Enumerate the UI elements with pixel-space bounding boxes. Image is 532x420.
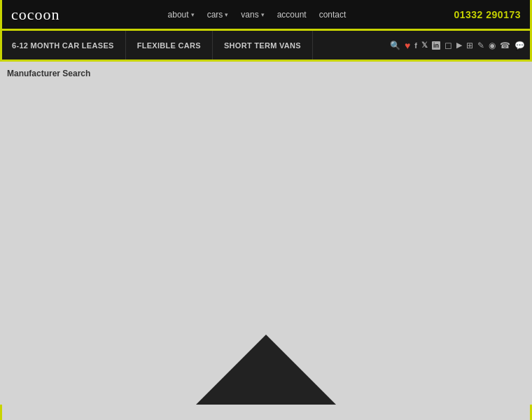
phone-icon[interactable]: ☎	[500, 41, 510, 50]
main-content: Manufacturer Search	[0, 62, 532, 405]
heart-icon[interactable]: ♥	[405, 40, 410, 51]
facebook-icon[interactable]: f	[414, 41, 417, 50]
linkedin-icon[interactable]: in	[432, 41, 440, 50]
youtube-icon[interactable]: ▶	[456, 41, 462, 50]
whatsapp-icon[interactable]: 💬	[514, 41, 525, 50]
about-dropdown-arrow: ▾	[191, 11, 195, 18]
sec-nav-links: 6-12 MONTH CAR LEASES FLEXIBLE CARS SHOR…	[0, 31, 313, 59]
car-silhouette	[196, 335, 336, 405]
nav-cars[interactable]: cars ▾	[207, 10, 229, 20]
pen-icon[interactable]: ✎	[477, 41, 484, 50]
sec-nav: 6-12 MONTH CAR LEASES FLEXIBLE CARS SHOR…	[0, 31, 532, 62]
nav-contact[interactable]: contact	[319, 10, 346, 20]
nav-short-term-vans[interactable]: SHORT TERM VANS	[213, 31, 313, 59]
site-logo[interactable]: cocoon	[11, 6, 60, 24]
search-icon[interactable]: 🔍	[390, 41, 400, 50]
phone-number[interactable]: 01332 290173	[454, 9, 521, 20]
manufacturer-search-label: Manufacturer Search	[7, 69, 90, 78]
top-nav-links: about ▾ cars ▾ vans ▾ account contact	[168, 10, 346, 20]
nav-flexible-cars[interactable]: FLEXIBLE CARS	[126, 31, 213, 59]
grid-icon[interactable]: ⊞	[466, 41, 473, 50]
nav-account[interactable]: account	[277, 10, 307, 20]
instagram-icon[interactable]: ◻	[444, 40, 452, 50]
twitter-icon[interactable]: 𝕏	[421, 41, 428, 50]
rss-icon[interactable]: ◉	[489, 41, 496, 50]
nav-about[interactable]: about ▾	[168, 10, 195, 20]
vans-dropdown-arrow: ▾	[261, 11, 265, 18]
cars-dropdown-arrow: ▾	[225, 11, 228, 18]
svg-marker-0	[196, 335, 336, 405]
top-nav: cocoon about ▾ cars ▾ vans ▾ account con…	[0, 0, 532, 31]
social-icons-bar: 🔍 ♥ f 𝕏 in ◻ ▶ ⊞ ✎ ◉ ☎ 💬	[383, 40, 532, 51]
nav-vans[interactable]: vans ▾	[241, 10, 264, 20]
nav-6-12-month-car-leases[interactable]: 6-12 MONTH CAR LEASES	[0, 31, 126, 59]
